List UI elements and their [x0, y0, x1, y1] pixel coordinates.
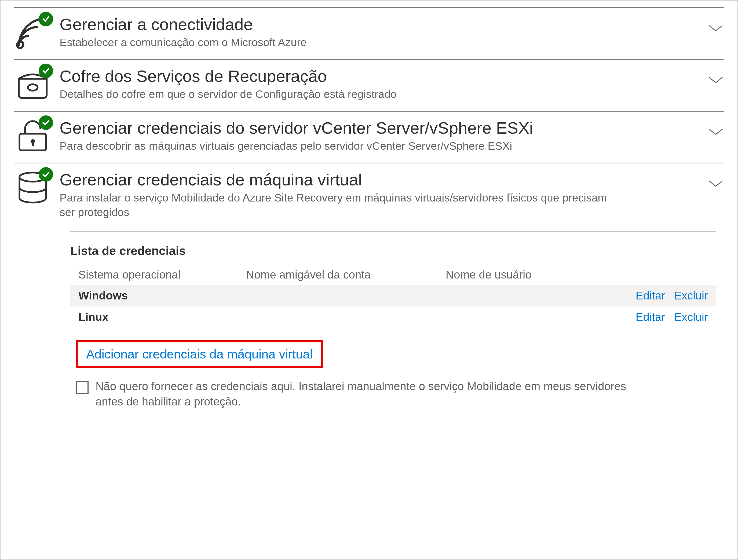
cell-os: Windows: [70, 285, 238, 307]
add-vm-credentials-link[interactable]: Adicionar credenciais da máquina virtual: [86, 347, 313, 361]
credentials-table: Sistema operacional Nome amigável da con…: [70, 264, 716, 328]
status-ok-icon: [39, 167, 53, 182]
section-title: Gerenciar credenciais de máquina virtual: [60, 170, 692, 189]
chevron-down-icon[interactable]: [700, 169, 724, 187]
edit-link[interactable]: Editar: [636, 311, 665, 323]
cell-user: [438, 307, 582, 328]
cell-os: Linux: [70, 307, 238, 328]
section-subtitle: Estabelecer a comunicação com o Microsof…: [60, 35, 623, 50]
table-row: Windows Editar Excluir: [70, 285, 716, 307]
database-icon: [14, 169, 51, 206]
section-vcenter[interactable]: Gerenciar credenciais do servidor vCente…: [14, 111, 724, 163]
section-title: Gerenciar a conectividade: [60, 15, 692, 34]
delete-link[interactable]: Excluir: [674, 289, 708, 302]
section-subtitle: Detalhes do cofre em que o servidor de C…: [60, 87, 623, 101]
section-title: Gerenciar credenciais do servidor vCente…: [60, 118, 692, 137]
chevron-down-icon[interactable]: [700, 117, 724, 136]
highlight-box: Adicionar credenciais da máquina virtual: [76, 340, 323, 368]
col-friendly: Nome amigável da conta: [238, 264, 438, 285]
credentials-block: Lista de credenciais Sistema operacional…: [70, 231, 716, 409]
delete-link[interactable]: Excluir: [674, 311, 708, 323]
optout-row: Não quero fornecer as credenciais aqui. …: [76, 379, 716, 409]
lock-icon: [14, 117, 51, 154]
optout-label: Não quero fornecer as credenciais aqui. …: [95, 379, 646, 409]
chevron-down-icon[interactable]: [700, 13, 724, 32]
svg-rect-4: [32, 141, 34, 146]
section-vault[interactable]: Cofre dos Serviços de Recuperação Detalh…: [14, 59, 724, 111]
cell-friendly: [238, 285, 438, 307]
credentials-heading: Lista de credenciais: [70, 244, 716, 258]
table-row: Linux Editar Excluir: [70, 307, 716, 328]
edit-link[interactable]: Editar: [636, 289, 665, 302]
section-title: Cofre dos Serviços de Recuperação: [60, 67, 692, 86]
section-vm-credentials[interactable]: Gerenciar credenciais de máquina virtual…: [14, 163, 724, 231]
wifi-icon: [14, 13, 51, 51]
optout-checkbox[interactable]: [76, 381, 88, 394]
svg-point-0: [17, 42, 23, 48]
section-subtitle: Para descobrir as máquinas virtuais gere…: [60, 139, 623, 153]
section-connectivity[interactable]: Gerenciar a conectividade Estabelecer a …: [14, 7, 724, 59]
col-user: Nome de usuário: [438, 264, 582, 285]
chevron-down-icon[interactable]: [700, 65, 724, 84]
status-ok-icon: [39, 12, 53, 26]
status-ok-icon: [39, 64, 53, 78]
status-ok-icon: [39, 115, 53, 130]
svg-point-1: [28, 84, 38, 90]
cell-user: [438, 285, 582, 307]
cell-friendly: [238, 307, 438, 328]
col-os: Sistema operacional: [70, 264, 238, 285]
section-subtitle: Para instalar o serviço Mobilidade do Az…: [60, 191, 623, 219]
safe-icon: [14, 65, 51, 103]
